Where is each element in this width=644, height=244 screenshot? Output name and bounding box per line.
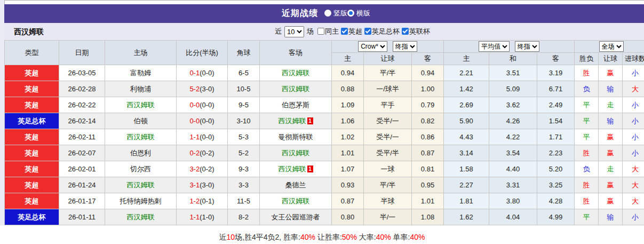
- checkbox-same-home[interactable]: 同主: [317, 27, 339, 36]
- checkbox-label: 同主: [325, 27, 339, 36]
- handicap-home-odds: 1.06: [332, 113, 364, 129]
- handicap-line: 平/半: [364, 177, 412, 193]
- checkbox-icon[interactable]: [402, 28, 409, 35]
- corner-score: 10-5: [228, 81, 260, 97]
- winlose-result: 平: [575, 97, 599, 113]
- handicap-line: 半球: [364, 193, 412, 209]
- matches-label: 场: [307, 27, 314, 36]
- league-badge: 英超: [5, 161, 59, 177]
- away-team: 伯恩茅斯: [260, 97, 332, 113]
- avg-home-odds: 2.69: [444, 97, 489, 113]
- match-date: 26-01-11: [59, 209, 105, 225]
- halftime-score: (0-1): [200, 197, 214, 205]
- table-row: 英超26-01-17托特纳姆热刺1-2(0-1)11-5西汉姆联0.87半球1.…: [5, 193, 644, 209]
- handicap-result: 赢: [599, 177, 623, 193]
- halftime-score: (1-0): [200, 213, 214, 221]
- handicap-home-odds: 1.01: [332, 145, 364, 161]
- layout-radio-horizontal[interactable]: 横版: [347, 9, 370, 18]
- fulltime-score: 0-0: [189, 117, 200, 125]
- match-date: 26-02-07: [59, 145, 105, 161]
- avg-final-select[interactable]: 终指: [515, 41, 539, 52]
- match-date: 26-02-28: [59, 81, 105, 97]
- checkbox-premier-league[interactable]: 英超: [341, 27, 362, 36]
- odds-final-select[interactable]: 终指: [393, 41, 417, 52]
- checkbox-league-cup[interactable]: 英联杯: [402, 27, 430, 36]
- table-row: 英超26-02-11西汉姆联1-1(0-0)5-3曼彻斯特联1.02受半/一0.…: [5, 129, 644, 145]
- filter-controls: 近 10 场 同主英超英足总杯英联杯: [275, 23, 430, 40]
- subheader-handicap-result: 让球: [599, 53, 623, 65]
- home-team: 切尔西: [105, 161, 177, 177]
- subheader-goals: 进球数: [623, 53, 644, 65]
- layout-radio-vertical[interactable]: 竖版: [324, 9, 347, 18]
- handicap-result: 走: [599, 161, 623, 177]
- handicap-line: 平手: [364, 97, 412, 113]
- checkbox-icon[interactable]: [364, 28, 371, 35]
- fullmatch-select[interactable]: 全场: [599, 41, 624, 52]
- corner-score: 3-3: [228, 177, 260, 193]
- away-team: 西汉姆联: [260, 81, 332, 97]
- handicap-away-odds: 1.08: [412, 209, 444, 225]
- halftime-score: (3-0): [200, 181, 214, 189]
- home-team: 利物浦: [105, 81, 177, 97]
- results-tbody: 英超26-03-05富勒姆0-1(0-0)6-5西汉姆联0.94平/半0.942…: [5, 65, 644, 225]
- halftime-score: (0-0): [200, 133, 214, 141]
- header-score: 比分(半场): [177, 41, 228, 65]
- avg-draw-odds: 3.80: [489, 193, 537, 209]
- away-team: 曼彻斯特联: [260, 129, 332, 145]
- league-badge: 英足总杯: [5, 113, 59, 129]
- fullmatch-select-cell: 全场: [575, 41, 644, 53]
- goals-result: 大: [623, 161, 644, 177]
- checkbox-fa-cup[interactable]: 英足总杯: [364, 27, 400, 36]
- goals-result: 小: [623, 209, 644, 225]
- handicap-line: 平/半: [364, 65, 412, 81]
- winlose-result: 胜: [575, 177, 599, 193]
- avg-away-odds: 4.99: [537, 209, 575, 225]
- recent-results-panel: 近期战绩 竖版横版 西汉姆联 近 10 场 同主英超英足总杯英联杯 类型 日期 …: [4, 0, 644, 225]
- score-cell: 1-1(1-0): [177, 209, 228, 225]
- avg-away-odds: 6.71: [537, 81, 575, 97]
- subheader-handicap: 让球: [364, 53, 412, 65]
- subheader-handicap-away: 客: [412, 53, 444, 65]
- subheader-avg-draw: 和: [489, 53, 537, 65]
- header-type: 类型: [5, 41, 59, 65]
- stat-label: 单率:: [391, 233, 410, 241]
- goals-result: 小: [623, 65, 644, 81]
- odds-source-select[interactable]: Crow*: [358, 41, 387, 52]
- match-date: 26-02-14: [59, 113, 105, 129]
- handicap-away-odds: 0.87: [412, 145, 444, 161]
- fulltime-score: 0-0: [189, 101, 200, 109]
- score-cell: 1-2(0-1): [177, 193, 228, 209]
- fulltime-score: 0-1: [189, 69, 200, 77]
- fulltime-score: 3-1: [189, 181, 200, 189]
- top-strip: [4, 0, 644, 4]
- handicap-away-odds: 0.81: [412, 161, 444, 177]
- avg-home-odds: 2.27: [444, 177, 489, 193]
- corner-score: 9-5: [228, 97, 260, 113]
- handicap-result: 赢: [599, 65, 623, 81]
- handicap-result: 输: [599, 209, 623, 225]
- handicap-away-odds: 0.82: [412, 113, 444, 129]
- radio-icon[interactable]: [347, 10, 354, 17]
- team-name: 西汉姆联: [14, 27, 44, 37]
- radio-icon[interactable]: [324, 10, 331, 17]
- match-count-select[interactable]: 10: [284, 26, 304, 37]
- fulltime-score: 1-2: [189, 197, 200, 205]
- stat-value: 50%: [342, 233, 357, 241]
- league-badge: 英足总杯: [5, 209, 59, 225]
- handicap-away-odds: 1.01: [412, 193, 444, 209]
- stat-label: 场,胜4平4负2, 胜率:: [235, 233, 300, 241]
- avg-away-odds: 1.54: [537, 113, 575, 129]
- winlose-result: 平: [575, 209, 599, 225]
- handicap-result: 赢: [599, 145, 623, 161]
- avg-draw-odds: 5.09: [489, 81, 537, 97]
- title-bar: 近期战绩 竖版横版: [4, 4, 644, 23]
- checkbox-icon[interactable]: [317, 28, 324, 35]
- header-away: 客场: [260, 41, 332, 65]
- goals-result: 小: [623, 145, 644, 161]
- stat-value: 40%: [410, 233, 425, 241]
- avg-source-select[interactable]: 平均值: [479, 41, 510, 52]
- league-checkbox-group: 同主英超英足总杯英联杯: [315, 27, 430, 37]
- checkbox-icon[interactable]: [341, 28, 348, 35]
- handicap-home-odds: 0.87: [332, 193, 364, 209]
- match-date: 26-01-24: [59, 177, 105, 193]
